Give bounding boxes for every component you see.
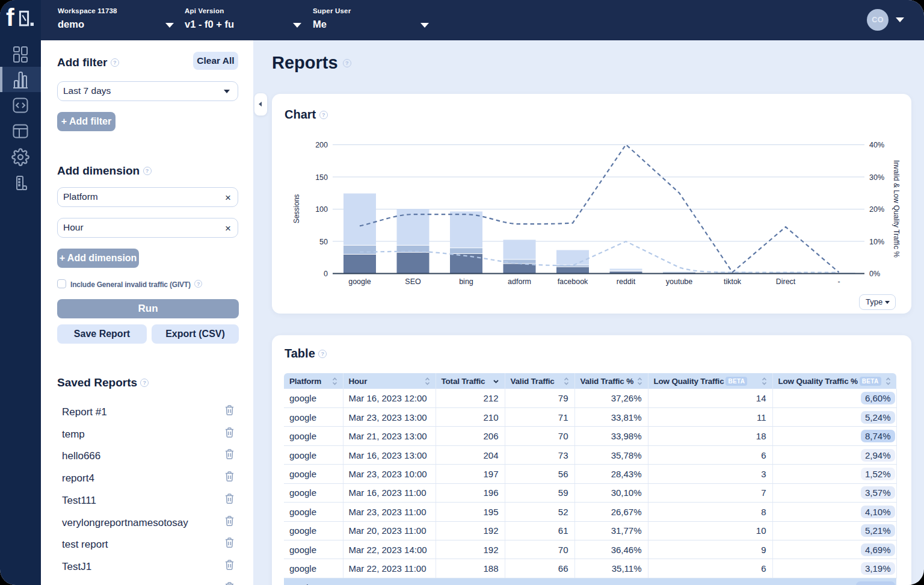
svg-text:100: 100	[315, 205, 328, 214]
svg-text:30%: 30%	[869, 173, 884, 182]
svg-text:google: google	[348, 277, 371, 286]
svg-text:tiktok: tiktok	[724, 277, 742, 286]
svg-text:f: f	[6, 4, 14, 31]
svg-text:-: -	[837, 277, 840, 286]
svg-text:youtube: youtube	[666, 277, 693, 286]
svg-text:50: 50	[319, 238, 328, 246]
svg-text:150: 150	[315, 173, 328, 182]
svg-text:0%: 0%	[869, 270, 880, 278]
svg-text:Direct: Direct	[776, 277, 796, 286]
svg-text:20%: 20%	[869, 205, 884, 214]
svg-text:200: 200	[315, 141, 328, 149]
svg-text:SEO: SEO	[405, 277, 421, 286]
svg-text:facebook: facebook	[558, 277, 588, 286]
svg-text:40%: 40%	[869, 141, 884, 149]
svg-text:Sessions: Sessions	[292, 194, 301, 224]
svg-text:reddit: reddit	[617, 277, 636, 286]
svg-text:bing: bing	[459, 277, 473, 286]
svg-text:0: 0	[324, 270, 328, 278]
svg-text:Invalid & Low Quality Traffic: Invalid & Low Quality Traffic %	[892, 160, 901, 258]
svg-text:10%: 10%	[869, 238, 884, 246]
svg-text:adform: adform	[508, 277, 531, 286]
